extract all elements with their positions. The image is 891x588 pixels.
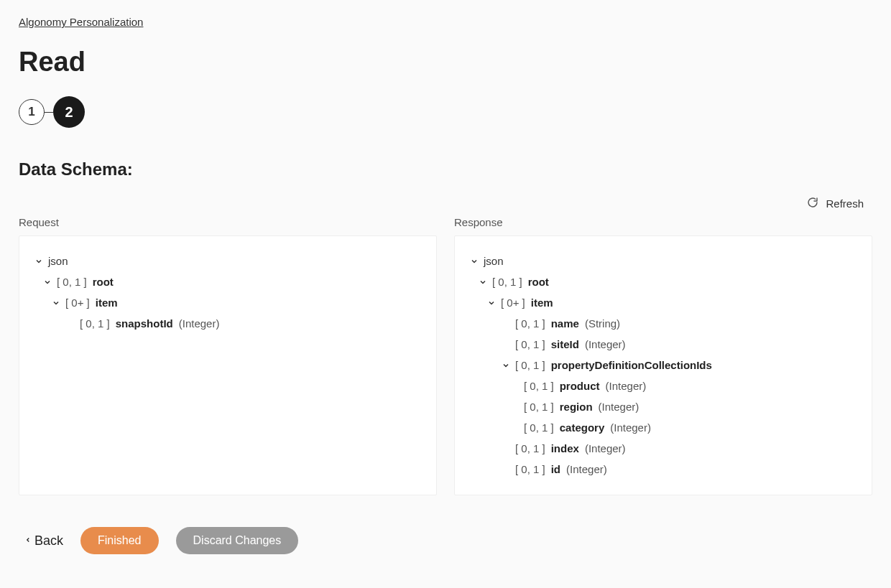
node-cardinality: [ 0, 1 ] — [515, 317, 545, 330]
chevron-down-icon[interactable] — [42, 277, 52, 287]
node-cardinality: [ 0, 1 ] — [524, 380, 554, 392]
node-type: (Integer) — [585, 338, 626, 350]
page-title: Read — [19, 47, 872, 78]
chevron-left-icon — [24, 533, 32, 549]
response-label: Response — [454, 216, 872, 228]
tree-node-siteid[interactable]: [ 0, 1 ] siteId (Integer) — [466, 334, 860, 355]
node-cardinality: [ 0, 1 ] — [524, 401, 554, 413]
tree-node-root[interactable]: [ 0, 1 ] root — [466, 271, 860, 292]
node-type: (Integer) — [566, 463, 607, 475]
tree-node-item[interactable]: [ 0+ ] item — [466, 292, 860, 313]
step-2[interactable]: 2 — [53, 96, 85, 128]
node-cardinality: [ 0+ ] — [501, 297, 525, 309]
tree-node-json[interactable]: json — [466, 251, 860, 271]
tree-node-snapshotid[interactable]: [ 0, 1 ] snapshotId (Integer) — [31, 313, 425, 334]
node-name: category — [560, 421, 605, 434]
node-name: item — [531, 297, 553, 309]
chevron-down-icon[interactable] — [501, 360, 511, 370]
node-cardinality: [ 0, 1 ] — [57, 276, 87, 288]
node-cardinality: [ 0, 1 ] — [515, 442, 545, 454]
node-cardinality: [ 0, 1 ] — [515, 463, 545, 475]
section-title: Data Schema: — [19, 159, 872, 179]
stepper: 1 2 — [19, 96, 872, 128]
breadcrumb-link[interactable]: Algonomy Personalization — [19, 16, 143, 28]
node-name: propertyDefinitionCollectionIds — [551, 359, 712, 371]
chevron-down-icon[interactable] — [486, 298, 497, 308]
tree-node-product[interactable]: [ 0, 1 ] product (Integer) — [466, 375, 860, 396]
refresh-label: Refresh — [826, 197, 864, 210]
node-type: (Integer) — [606, 380, 647, 392]
node-type: (Integer) — [599, 401, 640, 413]
chevron-down-icon[interactable] — [51, 298, 61, 308]
node-type: (Integer) — [585, 442, 626, 454]
tree-node-index[interactable]: [ 0, 1 ] index (Integer) — [466, 438, 860, 459]
node-cardinality: [ 0, 1 ] — [80, 317, 110, 330]
step-1[interactable]: 1 — [19, 99, 45, 125]
back-label: Back — [34, 533, 63, 549]
finished-button[interactable]: Finished — [80, 527, 158, 554]
node-name: root — [93, 276, 114, 288]
node-label: json — [484, 255, 504, 267]
node-cardinality: [ 0, 1 ] — [515, 359, 545, 371]
refresh-button[interactable]: Refresh — [807, 197, 864, 210]
node-name: id — [551, 463, 560, 475]
node-name: item — [96, 297, 118, 309]
node-name: root — [528, 276, 549, 288]
chevron-down-icon[interactable] — [469, 256, 479, 266]
discard-button[interactable]: Discard Changes — [176, 527, 299, 554]
node-type: (String) — [585, 317, 620, 330]
node-label: json — [48, 255, 68, 267]
node-cardinality: [ 0, 1 ] — [524, 421, 554, 434]
node-name: product — [560, 380, 600, 392]
tree-node-name[interactable]: [ 0, 1 ] name (String) — [466, 313, 860, 334]
response-panel: json [ 0, 1 ] root [ 0+ ] item — [454, 235, 872, 495]
tree-node-region[interactable]: [ 0, 1 ] region (Integer) — [466, 396, 860, 417]
tree-node-root[interactable]: [ 0, 1 ] root — [31, 271, 425, 292]
node-cardinality: [ 0, 1 ] — [515, 338, 545, 350]
node-name: index — [551, 442, 579, 454]
node-type: (Integer) — [610, 421, 651, 434]
node-name: siteId — [551, 338, 579, 350]
node-cardinality: [ 0, 1 ] — [492, 276, 522, 288]
chevron-down-icon[interactable] — [478, 277, 488, 287]
refresh-icon — [807, 197, 818, 210]
node-name: name — [551, 317, 579, 330]
back-button[interactable]: Back — [24, 533, 63, 549]
node-name: region — [560, 401, 593, 413]
request-label: Request — [19, 216, 437, 228]
tree-node-item[interactable]: [ 0+ ] item — [31, 292, 425, 313]
node-name: snapshotId — [116, 317, 173, 330]
node-type: (Integer) — [179, 317, 220, 330]
tree-node-json[interactable]: json — [31, 251, 425, 271]
tree-node-propdef[interactable]: [ 0, 1 ] propertyDefinitionCollectionIds — [466, 355, 860, 375]
tree-node-category[interactable]: [ 0, 1 ] category (Integer) — [466, 417, 860, 438]
chevron-down-icon[interactable] — [34, 256, 44, 266]
node-cardinality: [ 0+ ] — [65, 297, 90, 309]
request-panel: json [ 0, 1 ] root [ 0+ ] item — [19, 235, 437, 495]
step-connector — [45, 112, 53, 113]
tree-node-id[interactable]: [ 0, 1 ] id (Integer) — [466, 459, 860, 480]
